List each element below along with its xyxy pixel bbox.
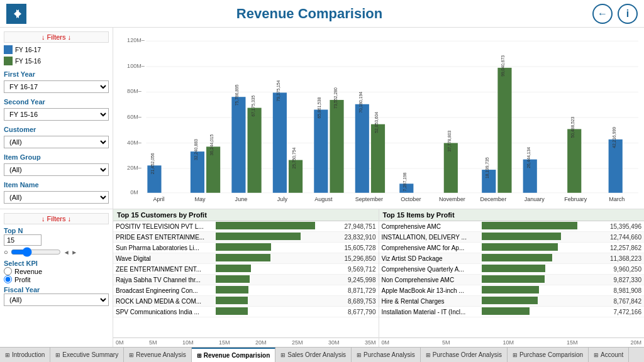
back-button[interactable]: ← bbox=[592, 4, 613, 24]
row-value: 27,948,751 bbox=[344, 223, 375, 230]
row-label: Comprehensive AMC bbox=[382, 223, 479, 230]
top-n-label: Top N bbox=[4, 227, 109, 234]
bar-container bbox=[482, 222, 606, 231]
bar-container bbox=[216, 222, 340, 231]
row-label: Hire & Rental Charges bbox=[382, 298, 479, 305]
kpi-revenue-radio[interactable] bbox=[4, 267, 12, 275]
info-button[interactable]: i bbox=[618, 4, 638, 24]
svg-text:February: February bbox=[564, 196, 587, 202]
items-table-title: Top 15 Items by Profit bbox=[379, 209, 645, 221]
top-n-input[interactable] bbox=[4, 234, 42, 246]
chart-area: 120M– 100M– 80M– 60M– 40M– 20M– 0M April… bbox=[113, 28, 644, 209]
svg-text:March: March bbox=[609, 196, 625, 202]
tab-icon: ⊞ bbox=[129, 352, 134, 358]
row-label: Apple MacBook Air 13-inch ... bbox=[382, 287, 479, 294]
bar-container bbox=[482, 254, 606, 263]
svg-text:37,778,803: 37,778,803 bbox=[447, 131, 452, 152]
bar-container bbox=[216, 233, 340, 241]
svg-text:99,040,673: 99,040,673 bbox=[501, 55, 505, 77]
bar-fill bbox=[482, 243, 558, 251]
bar-container bbox=[482, 286, 610, 295]
tab-purchase-comparision[interactable]: ⊞Purchase Comparision bbox=[508, 348, 589, 362]
nav-icon[interactable] bbox=[6, 4, 26, 24]
customer-select[interactable]: (All) bbox=[4, 136, 109, 148]
svg-text:73,552,280: 73,552,280 bbox=[333, 87, 337, 109]
row-label: Non Comprehensive AMC bbox=[382, 277, 479, 283]
tab-revenue-comparision[interactable]: ⊞Revenue Comparision bbox=[192, 348, 276, 362]
bar-fill bbox=[216, 286, 248, 293]
svg-text:April: April bbox=[153, 196, 164, 202]
svg-text:32,240,883: 32,240,883 bbox=[194, 139, 198, 160]
table-row: ROCK LAND MEDIA & COM... 8,689,753 bbox=[113, 296, 379, 307]
bar-container bbox=[482, 233, 606, 241]
bar-container bbox=[216, 297, 344, 305]
row-label: SPV Communications India ... bbox=[116, 309, 213, 315]
row-label: POSITIV TELEVISION PVT L... bbox=[116, 223, 213, 230]
left-panel: ↓ Filters ↓ FY 16-17 FY 15-16 First Year… bbox=[0, 28, 113, 209]
table-row: Comprehensive AMC 15,395,496 bbox=[379, 221, 645, 232]
row-label: Installation Material - IT (Incl... bbox=[382, 309, 479, 315]
bar-feb-green bbox=[567, 129, 581, 192]
svg-text:50,488,523: 50,488,523 bbox=[570, 116, 575, 138]
table-row: Broadcast Engineering Con... 8,871,729 bbox=[113, 285, 379, 296]
bar-june-blue bbox=[231, 97, 245, 193]
table-row: Comprehensive Quarterly A... 9,960,250 bbox=[379, 264, 645, 275]
slider-min: ○ bbox=[4, 248, 8, 256]
row-value: 15,296,850 bbox=[344, 255, 375, 262]
svg-text:21,452,056: 21,452,056 bbox=[150, 153, 155, 174]
kpi-profit-radio[interactable] bbox=[4, 275, 12, 283]
customers-table-title: Top 15 Customers by Profit bbox=[113, 209, 379, 221]
customers-table-body: POSITIV TELEVISION PVT L... 27,948,751PR… bbox=[113, 221, 379, 337]
tab-purchase-analysis[interactable]: ⊞Purchase Analysis bbox=[352, 348, 421, 362]
svg-text:May: May bbox=[194, 196, 206, 202]
svg-text:November: November bbox=[439, 196, 465, 202]
bar-august-green bbox=[330, 100, 343, 193]
tab-revenue-analysis[interactable]: ⊞Revenue Analysis bbox=[124, 348, 192, 362]
customers-xaxis: 0M 5M 10M 15M 20M 25M 30M 35M bbox=[113, 337, 379, 347]
svg-text:July: July bbox=[277, 196, 288, 202]
top-n-slider[interactable] bbox=[11, 247, 61, 257]
second-year-select[interactable]: FY 15-16 bbox=[4, 108, 109, 121]
row-label: Sun Pharma Laboratories Li... bbox=[116, 244, 213, 251]
bar-fill bbox=[482, 297, 538, 304]
tab-sales-order-analysis[interactable]: ⊞Sales Order Analysis bbox=[275, 348, 352, 362]
svg-text:18,199,735: 18,199,735 bbox=[485, 157, 489, 178]
tab-introduction[interactable]: ⊞Introduction bbox=[0, 348, 50, 362]
filter-header-bottom: ↓ Filters ↓ bbox=[4, 213, 109, 224]
table-row: Installation Material - IT (Incl... 7,47… bbox=[379, 307, 645, 317]
svg-text:0M: 0M bbox=[130, 189, 138, 195]
bar-fill bbox=[216, 265, 251, 272]
item-group-select[interactable]: (All) bbox=[4, 163, 109, 176]
bar-fill bbox=[216, 233, 301, 240]
svg-text:26,444,134: 26,444,134 bbox=[526, 147, 531, 168]
bar-container bbox=[216, 286, 344, 295]
row-label: ROCK LAND MEDIA & COM... bbox=[116, 298, 213, 305]
tab-label: Purchase Analysis bbox=[364, 351, 415, 358]
tab-label: Purchase Order Analysis bbox=[433, 351, 502, 358]
tab-label: Sales Order Analysis bbox=[287, 351, 346, 358]
fiscal-year-select[interactable]: (All) bbox=[4, 293, 109, 306]
slider-row: ○ ◄ ► bbox=[4, 247, 109, 257]
svg-text:October: October bbox=[401, 196, 421, 202]
row-value: 8,871,729 bbox=[348, 287, 376, 294]
svg-text:60M–: 60M– bbox=[127, 114, 142, 120]
kpi-revenue-option: Revenue bbox=[4, 267, 109, 275]
main-content: ↓ Filters ↓ FY 16-17 FY 15-16 First Year… bbox=[0, 28, 644, 209]
tab-executive-summary[interactable]: ⊞Executive Summary bbox=[50, 348, 124, 362]
tab-purchase-order-analysis[interactable]: ⊞Purchase Order Analysis bbox=[421, 348, 508, 362]
first-year-select[interactable]: FY 16-17 bbox=[4, 80, 109, 93]
top-n-section: Top N bbox=[4, 227, 109, 246]
table-row: Comprehensive AMC for Ap... 12,257,862 bbox=[379, 243, 645, 253]
svg-text:120M–: 120M– bbox=[127, 37, 145, 43]
tab-icon: ⊞ bbox=[55, 352, 60, 358]
bar-fill bbox=[216, 297, 248, 304]
bar-fill bbox=[482, 233, 561, 240]
row-value: 23,832,910 bbox=[344, 234, 375, 241]
tab-account[interactable]: ⊞Account bbox=[589, 348, 629, 362]
bar-july-blue bbox=[273, 92, 287, 192]
item-name-select[interactable]: (All) bbox=[4, 191, 109, 204]
legend-label-blue: FY 16-17 bbox=[15, 47, 41, 53]
item-name-label: Item Name bbox=[4, 181, 109, 189]
bar-sep-blue bbox=[355, 104, 369, 193]
svg-text:42,216,999: 42,216,999 bbox=[612, 127, 616, 148]
